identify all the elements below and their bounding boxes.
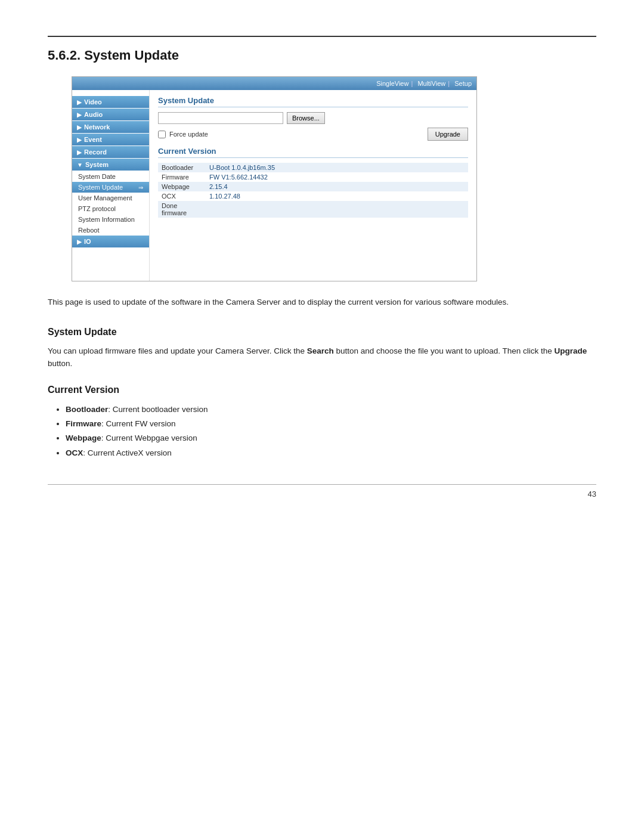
sidebar-label-system: System [85, 161, 109, 168]
sidebar-label-network: Network [84, 123, 110, 131]
system-update-text-before: You can upload firmware files and update… [48, 346, 307, 355]
arrow-down-icon: ▼ [77, 162, 83, 168]
page-heading: 5.6.2. System Update [48, 48, 596, 63]
system-update-section-text: You can upload firmware files and update… [48, 345, 596, 370]
bullet-text: : Current bootloader version [108, 405, 208, 414]
bullet-text: : Current ActiveX version [83, 448, 172, 457]
bullet-item: Bootloader: Current bootloader version [66, 402, 596, 417]
sidebar-label-event: Event [84, 136, 102, 143]
sidebar-item-network[interactable]: ▶ Network [72, 121, 149, 133]
bottom-rule [48, 484, 596, 485]
topbar-links: SingleView | MultiView | Setup [374, 80, 472, 87]
current-version-section-heading: Current Version [48, 385, 596, 395]
sidebar-label-reboot: Reboot [78, 227, 99, 234]
force-update-row: Force update Upgrade [158, 128, 468, 141]
description-text: This page is used to update of the softw… [48, 296, 596, 309]
upgrade-bold: Upgrade [555, 346, 587, 355]
bullet-bold: Firmware [66, 419, 101, 428]
sidebar-label-record: Record [84, 148, 107, 156]
sidebar-label-video: Video [84, 98, 102, 106]
version-value [206, 201, 468, 218]
upgrade-button[interactable]: Upgrade [428, 128, 468, 141]
version-name: Bootloader [158, 163, 206, 172]
singleview-link[interactable]: SingleView [376, 80, 408, 87]
system-update-text-middle: button and choose the file you want to u… [334, 346, 555, 355]
sidebar-item-system[interactable]: ▼ System [72, 159, 149, 171]
arrow-right-icon: ⇒ [138, 184, 143, 191]
sidebar-label-io: IO [84, 238, 91, 245]
bullet-bold: Bootloader [66, 405, 108, 414]
current-version-list: Bootloader: Current bootloader versionFi… [66, 402, 596, 460]
screenshot-topbar: SingleView | MultiView | Setup [72, 77, 476, 90]
sidebar-item-io[interactable]: ▶ IO [72, 236, 149, 247]
sidebar-label-system-date: System Date [78, 173, 116, 180]
system-update-panel-title: System Update [158, 96, 468, 107]
system-update-text-after: button. [48, 359, 72, 368]
version-name: Firmware [158, 172, 206, 182]
version-table-row: BootloaderU-Boot 1.0.4.jb16m.35 [158, 163, 468, 172]
version-table: BootloaderU-Boot 1.0.4.jb16m.35FirmwareF… [158, 163, 468, 218]
sidebar-item-reboot[interactable]: Reboot [72, 225, 149, 236]
bullet-text: : Current Webpgae version [101, 433, 197, 442]
arrow-icon: ▶ [77, 112, 82, 118]
version-table-row: Webpage2.15.4 [158, 182, 468, 191]
sidebar-label-audio: Audio [84, 111, 103, 118]
sidebar-item-system-date[interactable]: System Date [72, 171, 149, 182]
page-number: 43 [48, 490, 596, 498]
version-name: Done firmware [158, 201, 206, 218]
version-name: OCX [158, 191, 206, 201]
version-value: FW V1:5.662.14432 [206, 172, 468, 182]
multiview-link[interactable]: MultiView [417, 80, 445, 87]
arrow-icon: ▶ [77, 99, 82, 106]
sidebar: ▶ Video ▶ Audio ▶ Network ▶ Event ▶ Re [72, 90, 150, 281]
current-version-panel-title: Current Version [158, 147, 468, 158]
system-update-section-heading: System Update [48, 327, 596, 337]
force-update-checkbox[interactable] [158, 131, 166, 138]
sidebar-label-ptz: PTZ protocol [78, 205, 116, 212]
version-table-row: FirmwareFW V1:5.662.14432 [158, 172, 468, 182]
file-input[interactable] [158, 112, 283, 124]
sidebar-item-record[interactable]: ▶ Record [72, 146, 149, 158]
arrow-icon: ▶ [77, 137, 82, 143]
sidebar-item-audio[interactable]: ▶ Audio [72, 109, 149, 120]
bullet-item: Webpage: Current Webpgae version [66, 431, 596, 445]
sidebar-item-user-mgmt[interactable]: User Management [72, 193, 149, 203]
bullet-bold: OCX [66, 448, 83, 457]
version-value: 1.10.27.48 [206, 191, 468, 201]
file-upload-row: Browse... [158, 112, 468, 124]
sidebar-item-ptz[interactable]: PTZ protocol [72, 203, 149, 214]
version-table-row: Done firmware [158, 201, 468, 218]
arrow-icon: ▶ [77, 124, 82, 131]
bullet-text: : Current FW version [101, 419, 176, 428]
force-update-label: Force update [169, 131, 208, 138]
sidebar-label-system-update: System Update [78, 184, 123, 191]
screenshot-box: SingleView | MultiView | Setup ▶ Video ▶… [72, 76, 477, 281]
setup-link[interactable]: Setup [454, 80, 472, 87]
sidebar-item-video[interactable]: ▶ Video [72, 96, 149, 108]
top-rule [48, 36, 596, 37]
search-bold: Search [307, 346, 334, 355]
bullet-bold: Webpage [66, 433, 101, 442]
version-table-row: OCX1.10.27.48 [158, 191, 468, 201]
version-value: U-Boot 1.0.4.jb16m.35 [206, 163, 468, 172]
bullet-item: OCX: Current ActiveX version [66, 446, 596, 460]
browse-button[interactable]: Browse... [287, 112, 325, 124]
sidebar-label-sys-info: System Information [78, 216, 135, 223]
bullet-item: Firmware: Current FW version [66, 417, 596, 431]
sidebar-label-user-mgmt: User Management [78, 194, 132, 202]
sidebar-item-sys-info[interactable]: System Information [72, 214, 149, 225]
main-panel: System Update Browse... Force update Upg… [150, 90, 476, 281]
version-value: 2.15.4 [206, 182, 468, 191]
arrow-icon: ▶ [77, 149, 82, 156]
arrow-icon: ▶ [77, 239, 82, 245]
sidebar-item-event[interactable]: ▶ Event [72, 134, 149, 145]
screenshot-content: ▶ Video ▶ Audio ▶ Network ▶ Event ▶ Re [72, 90, 476, 281]
version-name: Webpage [158, 182, 206, 191]
sidebar-item-system-update[interactable]: System Update ⇒ [72, 182, 149, 193]
